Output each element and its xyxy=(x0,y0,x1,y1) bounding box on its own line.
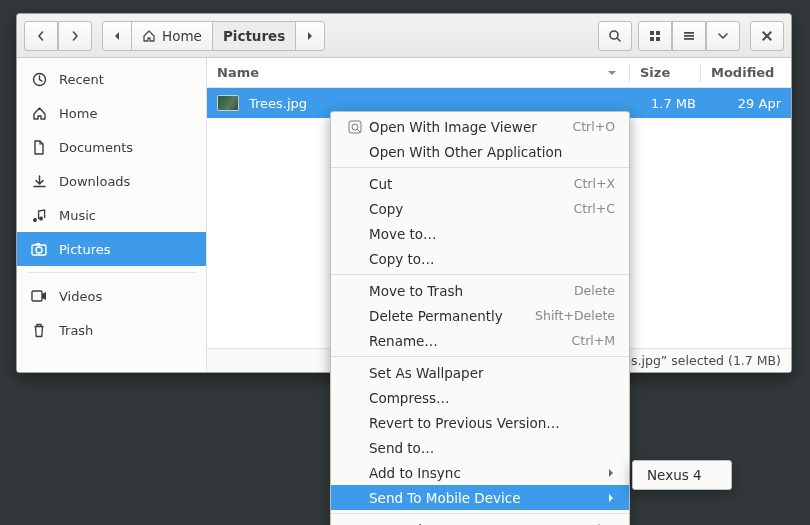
sidebar-item-label: Pictures xyxy=(59,242,110,257)
forward-button[interactable] xyxy=(58,21,92,51)
path-home-label: Home xyxy=(162,28,202,44)
video-icon xyxy=(31,290,47,302)
menu-item-label: Move to Trash xyxy=(369,283,574,299)
column-header-name[interactable]: Name xyxy=(207,65,629,80)
view-buttons xyxy=(638,21,740,51)
sidebar-item-label: Recent xyxy=(59,72,104,87)
menu-item[interactable]: CopyCtrl+C xyxy=(331,196,629,221)
menu-separator xyxy=(331,513,629,514)
close-window-button[interactable] xyxy=(750,21,784,51)
menu-item-label: Open With Image Viewer xyxy=(369,119,572,135)
svg-rect-3 xyxy=(656,31,660,35)
menu-item[interactable]: Set As Wallpaper xyxy=(331,360,629,385)
menu-item-label: Copy to… xyxy=(369,251,615,267)
nav-buttons xyxy=(24,21,92,51)
path-segment-home[interactable]: Home xyxy=(131,21,213,51)
sidebar-item-videos[interactable]: Videos xyxy=(17,279,206,313)
sidebar-item-music[interactable]: Music xyxy=(17,198,206,232)
headerbar: Home Pictures xyxy=(17,14,791,58)
file-thumbnail xyxy=(217,95,239,111)
sidebar-item-label: Trash xyxy=(59,323,93,338)
menu-item[interactable]: Move to TrashDelete xyxy=(331,278,629,303)
menu-item-accel: Ctrl+C xyxy=(574,201,615,216)
menu-item-label: Set As Wallpaper xyxy=(369,365,615,381)
menu-item[interactable]: Add to Insync xyxy=(331,460,629,485)
svg-rect-6 xyxy=(684,32,694,34)
column-header-modified[interactable]: Modified xyxy=(701,65,791,80)
back-button[interactable] xyxy=(24,21,58,51)
search-icon xyxy=(608,29,622,43)
column-header-name-label: Name xyxy=(217,65,259,80)
menu-item-accel: Shift+Delete xyxy=(535,308,615,323)
document-icon xyxy=(31,140,47,155)
svg-rect-5 xyxy=(656,37,660,41)
sidebar-item-label: Videos xyxy=(59,289,102,304)
clock-icon xyxy=(31,72,47,87)
sidebar-item-trash[interactable]: Trash xyxy=(17,313,206,347)
path-next-button[interactable] xyxy=(295,21,325,51)
grid-icon xyxy=(648,29,662,43)
menu-item[interactable]: Revert to Previous Version… xyxy=(331,410,629,435)
menu-item-label: Add to Insync xyxy=(369,465,607,481)
menu-item[interactable]: Delete PermanentlyShift+Delete xyxy=(331,303,629,328)
camera-icon xyxy=(31,242,47,256)
sidebar-item-downloads[interactable]: Downloads xyxy=(17,164,206,198)
svg-rect-7 xyxy=(684,35,694,37)
submenu-item-label: Nexus 4 xyxy=(647,467,717,483)
search-button[interactable] xyxy=(598,21,632,51)
svg-rect-13 xyxy=(32,291,42,301)
menu-item-label: Cut xyxy=(369,176,574,192)
menu-item[interactable]: Copy to… xyxy=(331,246,629,271)
menu-item[interactable]: CutCtrl+X xyxy=(331,171,629,196)
column-header-size[interactable]: Size xyxy=(630,65,700,80)
menu-separator xyxy=(331,167,629,168)
menu-item[interactable]: Open With Other Application xyxy=(331,139,629,164)
sort-desc-icon xyxy=(605,66,619,80)
sidebar-separator xyxy=(27,272,196,273)
path-segment-current[interactable]: Pictures xyxy=(212,21,296,51)
path-current-label: Pictures xyxy=(223,28,285,44)
menu-item-label: Compress… xyxy=(369,390,615,406)
menu-item-label: Move to… xyxy=(369,226,615,242)
home-icon xyxy=(142,29,156,43)
file-size: 1.7 MB xyxy=(651,96,711,111)
chevron-left-icon xyxy=(34,29,48,43)
submenu-arrow-icon xyxy=(607,468,615,478)
caret-right-icon xyxy=(303,29,317,43)
menu-item[interactable]: Compress… xyxy=(331,385,629,410)
trash-icon xyxy=(31,323,47,338)
submenu-arrow-icon xyxy=(607,493,615,503)
menu-item-accel: Ctrl+O xyxy=(572,119,615,134)
list-view-button[interactable] xyxy=(672,21,706,51)
sidebar-item-home[interactable]: Home xyxy=(17,96,206,130)
context-menu: Open With Image ViewerCtrl+OOpen With Ot… xyxy=(330,111,630,525)
file-modified: 29 Apr xyxy=(711,96,781,111)
sidebar-item-label: Music xyxy=(59,208,96,223)
svg-rect-2 xyxy=(650,31,654,35)
submenu-item[interactable]: Nexus 4 xyxy=(633,463,731,487)
svg-point-11 xyxy=(36,247,42,253)
sidebar-item-recent[interactable]: Recent xyxy=(17,62,206,96)
sidebar-item-label: Documents xyxy=(59,140,133,155)
menu-item[interactable]: Open With Image ViewerCtrl+O xyxy=(331,114,629,139)
grid-view-button[interactable] xyxy=(638,21,672,51)
download-icon xyxy=(31,174,47,189)
svg-rect-4 xyxy=(650,37,654,41)
menu-item[interactable]: Move to… xyxy=(331,221,629,246)
menu-item-label: Properties xyxy=(369,522,579,526)
sidebar-item-pictures[interactable]: Pictures xyxy=(17,232,206,266)
menu-item[interactable]: Send To Mobile Device xyxy=(331,485,629,510)
menu-item-label: Send To Mobile Device xyxy=(369,490,607,506)
image-viewer-icon xyxy=(345,120,365,134)
menu-separator xyxy=(331,356,629,357)
menu-item[interactable]: Rename…Ctrl+M xyxy=(331,328,629,353)
view-menu-button[interactable] xyxy=(706,21,740,51)
path-prev-button[interactable] xyxy=(102,21,132,51)
sidebar: RecentHomeDocumentsDownloadsMusicPicture… xyxy=(17,58,207,372)
menu-item[interactable]: Send to… xyxy=(331,435,629,460)
sidebar-item-documents[interactable]: Documents xyxy=(17,130,206,164)
sidebar-item-label: Downloads xyxy=(59,174,130,189)
menu-item[interactable]: PropertiesCtrl+I xyxy=(331,517,629,525)
svg-rect-12 xyxy=(36,243,40,245)
svg-rect-8 xyxy=(684,38,694,40)
